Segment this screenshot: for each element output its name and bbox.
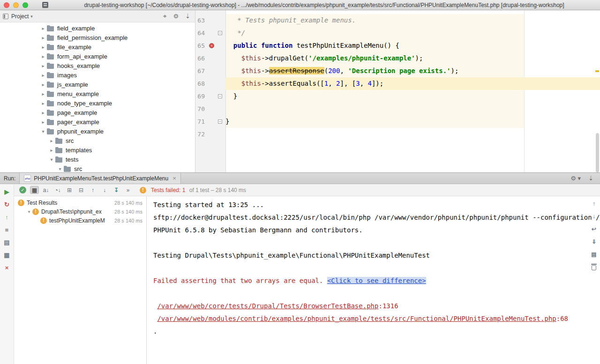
- gutter-cell[interactable]: 67: [195, 65, 225, 77]
- editor-line[interactable]: 68 $this->assertEquals([1, 2], [3, 4]);: [195, 77, 600, 90]
- test-tree-row[interactable]: !testPhpUnitExampleM28 s 140 ms: [14, 216, 146, 225]
- chevron-down-icon[interactable]: ▾: [26, 209, 32, 214]
- locate-file-icon[interactable]: ⌖: [163, 13, 166, 20]
- editor[interactable]: 63 * Tests phpunit_example menus.64− */6…: [195, 10, 600, 172]
- hide-panel-icon[interactable]: ⇣: [185, 13, 190, 20]
- project-tree-item[interactable]: ▾src: [0, 164, 195, 172]
- down-stack-trace-icon[interactable]: ↓: [590, 213, 598, 220]
- fold-icon[interactable]: −: [218, 119, 222, 124]
- gutter-cell[interactable]: 64−: [195, 27, 225, 39]
- rerun-icon[interactable]: ▶: [3, 188, 11, 195]
- overflow-icon[interactable]: »: [123, 186, 133, 194]
- chevron-right-icon[interactable]: ▸: [39, 82, 47, 87]
- project-tree-item[interactable]: ▸page_example: [0, 108, 195, 117]
- stop-icon[interactable]: ■: [3, 226, 11, 233]
- close-tab-icon[interactable]: ×: [172, 175, 176, 182]
- hide-passed-icon[interactable]: ✓: [19, 186, 26, 193]
- minimize-window-button[interactable]: [13, 2, 19, 8]
- fold-icon[interactable]: −: [218, 94, 222, 98]
- editor-line[interactable]: 72: [195, 128, 600, 141]
- gutter-cell[interactable]: 70: [195, 103, 225, 115]
- show-console-icon[interactable]: ▦: [30, 186, 39, 194]
- project-view-selector[interactable]: Project ▾: [11, 13, 33, 20]
- console-link[interactable]: /var/www/web/modules/contrib/examples/ph…: [157, 315, 556, 322]
- expand-all-icon[interactable]: ⊞: [65, 186, 74, 194]
- console-link[interactable]: /var/www/web/core/tests/Drupal/Tests/Bro…: [157, 302, 378, 310]
- clear-all-icon[interactable]: [590, 263, 598, 271]
- chevron-right-icon[interactable]: ▸: [39, 101, 47, 106]
- editor-line[interactable]: 63 * Tests phpunit_example menus.: [195, 14, 600, 27]
- project-tree-item[interactable]: ▸menu_example: [0, 89, 195, 98]
- chevron-down-icon[interactable]: ▾: [56, 166, 64, 171]
- zoom-window-button[interactable]: [22, 2, 28, 8]
- project-tree-item[interactable]: ▸pager_example: [0, 117, 195, 126]
- chevron-right-icon[interactable]: ▸: [39, 63, 47, 68]
- editor-scrollbar[interactable]: [596, 133, 599, 172]
- chevron-right-icon[interactable]: ▸: [48, 138, 55, 143]
- project-tree-item[interactable]: ▸js_example: [0, 80, 195, 89]
- next-failed-test-icon[interactable]: ↓: [100, 186, 109, 194]
- up-stack-trace-icon[interactable]: ↑: [590, 200, 598, 208]
- chevron-right-icon[interactable]: ▸: [39, 110, 47, 115]
- gear-icon[interactable]: ⚙: [173, 13, 179, 20]
- gutter-cell[interactable]: 68: [195, 77, 225, 90]
- project-tree-item[interactable]: ▸src: [0, 136, 195, 145]
- project-tree-item[interactable]: ▸images: [0, 70, 195, 80]
- gutter-cell[interactable]: 63: [195, 14, 225, 27]
- editor-line[interactable]: 67 $this->assertResponse(200, 'Descripti…: [195, 65, 600, 77]
- editor-line[interactable]: 71−}: [195, 115, 600, 128]
- gutter-cell[interactable]: 69−: [195, 90, 225, 103]
- hide-panel-icon[interactable]: ⇣: [588, 175, 593, 182]
- print-icon[interactable]: ▤: [590, 251, 598, 258]
- sort-by-duration-icon[interactable]: ◔↓: [53, 186, 62, 194]
- scroll-to-end-icon[interactable]: ⇓: [590, 238, 598, 245]
- chevron-right-icon[interactable]: ▸: [39, 26, 47, 31]
- gutter-cell[interactable]: 65: [195, 39, 225, 52]
- pin-tab-icon[interactable]: ▦: [3, 251, 11, 259]
- previous-failed-test-icon[interactable]: ↑: [88, 186, 98, 194]
- close-icon[interactable]: ×: [3, 264, 11, 271]
- editor-line[interactable]: 70: [195, 103, 600, 115]
- console-link[interactable]: <Click to see difference>: [327, 277, 426, 284]
- project-tree-item[interactable]: ▸node_type_example: [0, 98, 195, 108]
- project-tree-item[interactable]: ▾tests: [0, 155, 195, 164]
- import-test-results-icon[interactable]: ↧: [112, 186, 121, 194]
- project-tree-item[interactable]: ▸file_example: [0, 42, 195, 52]
- run-tab[interactable]: php PHPUnitExampleMenuTest.testPhpUnitEx…: [19, 173, 180, 184]
- warning-stripe-mark[interactable]: [595, 70, 599, 72]
- chevron-right-icon[interactable]: ▸: [48, 148, 55, 153]
- editor-line[interactable]: 66 $this->drupalGet('/examples/phpunit-e…: [195, 52, 600, 65]
- chevron-right-icon[interactable]: ▸: [39, 91, 47, 97]
- failed-test-gutter-icon[interactable]: [209, 43, 214, 48]
- chevron-down-icon[interactable]: ▾: [39, 129, 47, 134]
- project-tree-item[interactable]: ▸form_api_example: [0, 52, 195, 61]
- fold-icon[interactable]: −: [218, 31, 222, 35]
- chevron-right-icon[interactable]: ▸: [39, 45, 47, 50]
- titlebar[interactable]: drupal-testing-workshop [~/Code/os/drupa…: [0, 0, 600, 10]
- project-tree-item[interactable]: ▸field_example: [0, 23, 195, 33]
- gear-icon[interactable]: ⚙ ▾: [570, 175, 581, 182]
- chevron-right-icon[interactable]: ▸: [39, 54, 47, 59]
- test-tree-row[interactable]: !Test Results28 s 140 ms: [14, 198, 146, 207]
- soft-wrap-icon[interactable]: ↩: [590, 225, 598, 233]
- editor-line[interactable]: 64− */: [195, 27, 600, 39]
- console-output[interactable]: Testing started at 13:25 ...sftp://docke…: [147, 196, 600, 364]
- toggle-auto-test-icon[interactable]: ↑: [3, 213, 11, 221]
- editor-line[interactable]: 69− }: [195, 90, 600, 103]
- sort-alphabetically-icon[interactable]: a↓: [41, 186, 51, 194]
- project-tree-item[interactable]: ▸field_permission_example: [0, 33, 195, 42]
- project-tree-item[interactable]: ▾phpunit_example: [0, 126, 195, 136]
- close-window-button[interactable]: [4, 2, 9, 8]
- chevron-right-icon[interactable]: ▸: [39, 73, 47, 78]
- restore-layout-icon[interactable]: ▤: [3, 238, 11, 246]
- editor-line[interactable]: 65 public function testPhpUnitExampleMen…: [195, 39, 600, 52]
- gutter-cell[interactable]: 72: [195, 128, 225, 141]
- gutter-cell[interactable]: 66: [195, 52, 225, 65]
- project-tree-item[interactable]: ▸templates: [0, 145, 195, 155]
- collapse-all-icon[interactable]: ⊟: [76, 186, 86, 194]
- chevron-right-icon[interactable]: ▸: [39, 119, 47, 125]
- rerun-failed-tests-icon[interactable]: ↻: [3, 201, 11, 208]
- test-tree-row[interactable]: ▾!Drupal\Tests\phpunit_ex28 s 140 ms: [14, 207, 146, 216]
- chevron-right-icon[interactable]: ▸: [39, 35, 47, 40]
- chevron-down-icon[interactable]: ▾: [48, 157, 55, 162]
